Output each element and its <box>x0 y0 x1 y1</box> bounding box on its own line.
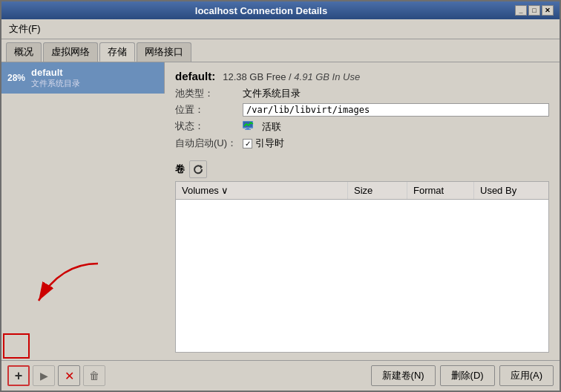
new-volume-button[interactable]: 新建卷(N) <box>371 365 436 386</box>
pool-detail-name: default: <box>175 70 215 82</box>
tab-overview[interactable]: 概况 <box>6 42 42 62</box>
volumes-section: 卷 Volumes ∨ Size <box>175 160 549 353</box>
pool-name: default <box>31 67 80 78</box>
delete-pool-button[interactable]: 删除(D) <box>440 365 495 386</box>
minimize-button[interactable]: _ <box>515 5 527 16</box>
pool-type-value: 文件系统目录 <box>243 87 549 100</box>
tabs-bar: 概况 虚拟网络 存储 网络接口 <box>1 39 560 62</box>
apply-button[interactable]: 应用(A) <box>499 365 554 386</box>
content-area: 28% default 文件系统目录 <box>1 62 560 360</box>
table-header: Volumes ∨ Size Format Used By <box>176 182 548 200</box>
delete-button[interactable]: 🗑 <box>83 365 105 386</box>
svg-marker-5 <box>200 165 203 169</box>
right-panel: default: 12.38 GB Free / 4.91 GB In Use … <box>165 62 560 360</box>
toolbar-right: 新建卷(N) 删除(D) 应用(A) <box>371 365 554 386</box>
pool-percent: 28% <box>7 73 25 83</box>
arrow-indicator <box>1 256 165 316</box>
autostart-value: ✓ 引导时 <box>243 137 549 150</box>
refresh-icon <box>192 163 204 175</box>
volumes-header: 卷 <box>175 160 549 178</box>
add-volume-button[interactable]: + <box>7 365 30 386</box>
start-button[interactable]: ▶ <box>33 365 55 386</box>
col-size: Size <box>348 182 407 199</box>
play-icon: ▶ <box>40 370 48 382</box>
volumes-label: 卷 <box>175 163 185 176</box>
maximize-button[interactable]: □ <box>528 5 540 16</box>
svg-rect-3 <box>246 128 249 129</box>
col-volumes[interactable]: Volumes ∨ <box>176 182 348 199</box>
stop-icon: ✕ <box>65 369 74 383</box>
window-title: localhost Connection Details <box>7 5 515 16</box>
stop-button[interactable]: ✕ <box>58 365 80 386</box>
volumes-table: Volumes ∨ Size Format Used By <box>175 181 549 353</box>
title-bar: localhost Connection Details _ □ ✕ <box>1 1 560 19</box>
menu-bar: 文件(F) <box>1 19 560 39</box>
pool-location-label: 位置： <box>175 103 237 117</box>
autostart-label: 自动启动(U)： <box>175 137 237 150</box>
tab-virtual-network[interactable]: 虚拟网络 <box>43 42 98 62</box>
pool-free-space: 12.38 GB Free / 4.91 GB In Use <box>223 71 360 82</box>
toolbar-left: + ▶ ✕ 🗑 <box>7 365 105 386</box>
bottom-bar: + ▶ ✕ 🗑 新建卷(N) 删除(D) 应用(A) <box>1 360 560 391</box>
col-format: Format <box>407 182 474 199</box>
pool-type-label: 池类型： <box>175 87 237 100</box>
refresh-button[interactable] <box>189 160 207 178</box>
storage-pool-item-default[interactable]: 28% default 文件系统目录 <box>1 62 164 94</box>
col-used-by: Used By <box>474 182 548 199</box>
pool-in-use: 4.91 GB In Use <box>294 71 360 82</box>
pool-info: default 文件系统目录 <box>31 67 80 89</box>
svg-rect-4 <box>245 129 251 130</box>
close-button[interactable]: ✕ <box>542 5 554 16</box>
trash-icon: 🗑 <box>89 370 99 382</box>
left-panel: 28% default 文件系统目录 <box>1 62 165 94</box>
pool-info-grid: 池类型： 文件系统目录 位置： /var/lib/libvirt/images … <box>175 87 549 150</box>
pool-header: default: 12.38 GB Free / 4.91 GB In Use <box>175 70 549 82</box>
tab-network-interface[interactable]: 网络接口 <box>137 42 191 62</box>
pool-type-label: 文件系统目录 <box>31 78 80 89</box>
left-panel-wrapper: 28% default 文件系统目录 <box>1 62 165 360</box>
table-body <box>176 200 548 347</box>
main-window: localhost Connection Details _ □ ✕ 文件(F)… <box>0 0 561 392</box>
tab-storage[interactable]: 存储 <box>99 42 135 62</box>
pool-status-value: 活联 <box>243 120 549 134</box>
file-menu[interactable]: 文件(F) <box>4 21 45 37</box>
plus-icon: + <box>15 368 23 384</box>
pool-status-label: 状态： <box>175 120 237 134</box>
window-controls: _ □ ✕ <box>515 5 554 16</box>
autostart-checkbox[interactable]: ✓ <box>243 139 252 148</box>
pool-location-value: /var/lib/libvirt/images <box>243 103 549 117</box>
status-icon <box>243 120 256 132</box>
add-button-highlight <box>3 333 30 359</box>
